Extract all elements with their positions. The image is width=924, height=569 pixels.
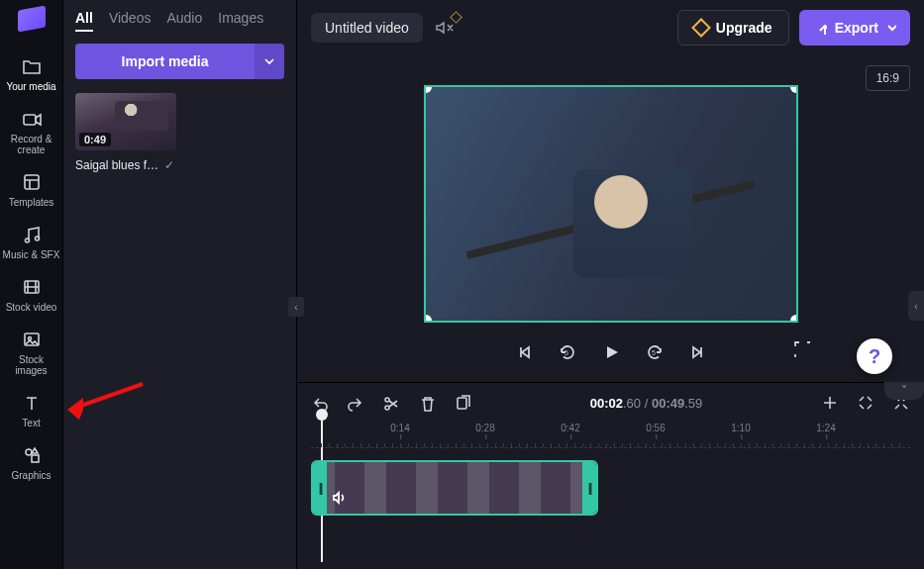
rail-label: Graphics [11, 470, 51, 481]
upgrade-label: Upgrade [716, 20, 772, 36]
templates-icon [21, 171, 43, 193]
check-icon: ✓ [164, 158, 174, 172]
rail-item-music-sfx[interactable]: Music & SFX [2, 216, 61, 268]
rail-label: Stock images [15, 354, 47, 376]
media-item[interactable]: 0:49 Saigal blues f… ✓ [75, 93, 176, 172]
timeline-tracks[interactable]: Saigal blues file 4.mp4 || || [311, 460, 910, 516]
right-panel-pull[interactable]: ‹ [908, 291, 924, 321]
rail-label: Music & SFX [3, 249, 60, 260]
film-icon [21, 276, 43, 298]
rail-label: Your media [6, 81, 55, 92]
upload-icon [813, 21, 827, 35]
export-label: Export [835, 20, 878, 36]
project-title[interactable]: Untitled video [311, 13, 423, 43]
timeline-toolbar: 00:02.60 / 00:49.59 [297, 383, 924, 423]
upgrade-button[interactable]: Upgrade [677, 10, 789, 46]
resize-handle-tl[interactable] [424, 85, 432, 93]
skip-end-button[interactable] [688, 342, 708, 362]
forward-5-button[interactable]: 5 [645, 342, 665, 362]
svg-rect-0 [24, 115, 36, 125]
tab-images[interactable]: Images [218, 10, 263, 32]
music-icon [21, 224, 43, 245]
playback-controls: 5 5 [514, 342, 708, 362]
resize-handle-br[interactable] [790, 315, 798, 323]
help-button[interactable]: ? [857, 338, 892, 374]
video-clip[interactable]: Saigal blues file 4.mp4 || || [311, 460, 598, 516]
rail-item-graphics[interactable]: Graphics [2, 436, 61, 489]
svg-point-3 [35, 237, 39, 240]
preview-zone: 5 5 ? ˅ [297, 55, 924, 382]
svg-point-16 [385, 406, 389, 410]
split-button[interactable] [382, 394, 400, 412]
rail-item-text[interactable]: Text [2, 384, 61, 436]
svg-point-7 [26, 449, 32, 455]
controls-expand-button[interactable]: ˅ [884, 382, 924, 400]
import-media-button[interactable]: Import media [75, 44, 255, 79]
current-time: 00:02 [590, 396, 623, 411]
media-duration: 0:49 [79, 133, 111, 146]
svg-text:5: 5 [565, 349, 568, 356]
media-panel: All Videos Audio Images Import media 0:4… [63, 0, 297, 569]
folder-icon [21, 55, 43, 77]
rail-item-stock-images[interactable]: Stock images [2, 321, 61, 384]
rail-item-stock-video[interactable]: Stock video [2, 268, 61, 321]
duplicate-button[interactable] [454, 394, 471, 412]
ruler-tick: 0:42 [561, 423, 579, 433]
audio-mute-premium-icon[interactable] [433, 17, 455, 39]
svg-text:5: 5 [652, 349, 656, 356]
rail-item-record-create[interactable]: Record & create [2, 100, 61, 163]
media-thumbnail: 0:49 [75, 93, 176, 150]
svg-point-2 [25, 238, 29, 242]
delete-button[interactable] [418, 394, 436, 412]
tab-all[interactable]: All [75, 10, 93, 32]
diamond-icon [691, 18, 711, 38]
rail-item-your-media[interactable]: Your media [2, 47, 61, 100]
tab-audio[interactable]: Audio [166, 10, 202, 32]
rail-label: Text [22, 418, 40, 428]
clip-trim-handle-right[interactable]: || [582, 462, 596, 514]
add-track-button[interactable] [821, 394, 839, 412]
total-time-frac: .59 [684, 396, 702, 411]
left-rail: Your media Record & create Templates Mus… [0, 0, 63, 569]
resize-handle-bl[interactable] [424, 315, 432, 323]
svg-rect-1 [25, 175, 39, 189]
help-label: ? [869, 345, 880, 368]
main-area: Untitled video Upgrade Export 16:9 [297, 0, 924, 569]
camera-icon [21, 108, 43, 130]
preview-wrapper [424, 85, 798, 323]
rail-label: Stock video [6, 302, 57, 313]
skip-start-button[interactable] [514, 342, 534, 362]
timeline-timecode: 00:02.60 / 00:49.59 [489, 396, 803, 411]
svg-rect-8 [32, 455, 39, 462]
import-media-dropdown[interactable] [255, 44, 284, 79]
app-logo [18, 6, 46, 33]
clip-trim-handle-left[interactable]: || [313, 462, 327, 514]
image-icon [21, 329, 43, 350]
video-preview[interactable] [424, 85, 798, 323]
rail-label: Templates [9, 197, 54, 208]
ruler-tick: 1:10 [731, 423, 750, 433]
rewind-5-button[interactable]: 5 [558, 342, 577, 362]
play-button[interactable] [601, 342, 621, 362]
text-icon [21, 392, 43, 414]
clip-audio-icon[interactable] [331, 490, 347, 506]
svg-rect-17 [458, 398, 466, 409]
fullscreen-button[interactable] [792, 339, 810, 360]
graphics-icon [21, 444, 43, 466]
zoom-out-button[interactable] [857, 394, 874, 412]
timeline-ruler[interactable]: 0:140:280:420:561:101:24 [311, 423, 910, 448]
export-button[interactable]: Export [799, 10, 910, 46]
svg-point-15 [385, 398, 389, 402]
chevron-down-icon [886, 23, 896, 33]
ruler-tick: 0:14 [390, 423, 409, 433]
redo-button[interactable] [347, 394, 364, 412]
media-tabs: All Videos Audio Images [75, 10, 284, 32]
media-name: Saigal blues f… [75, 158, 158, 172]
topbar: Untitled video Upgrade Export [297, 0, 924, 55]
ruler-tick: 1:24 [816, 423, 835, 433]
total-time: 00:49 [652, 396, 684, 411]
rail-item-templates[interactable]: Templates [2, 163, 61, 216]
rail-label: Record & create [11, 134, 52, 155]
tab-videos[interactable]: Videos [109, 10, 152, 32]
resize-handle-tr[interactable] [790, 85, 798, 93]
